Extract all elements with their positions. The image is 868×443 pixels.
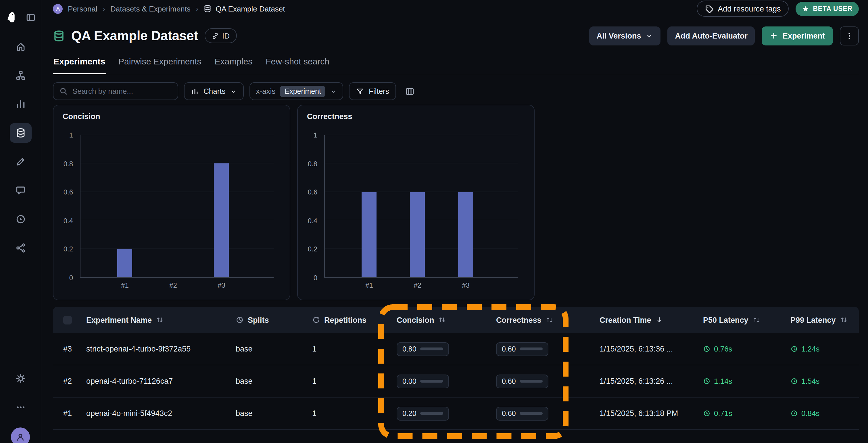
table-header: Experiment Name Splits Repetitions Conci… (53, 307, 859, 333)
col-correctness[interactable]: Correctness (496, 316, 599, 324)
score-bar (520, 412, 543, 415)
collapse-sidebar-icon[interactable] (26, 12, 36, 22)
p99-latency: 1.24s (790, 345, 820, 353)
breadcrumb-personal[interactable]: Personal (68, 4, 97, 13)
sidebar-item-more[interactable] (10, 397, 32, 417)
home-icon (15, 41, 26, 52)
clock-icon (703, 410, 711, 417)
user-avatar[interactable] (11, 427, 30, 443)
kebab-icon (845, 31, 854, 40)
page-header: QA Example Dataset ID All Versions Add A… (53, 24, 859, 47)
search-icon (59, 87, 68, 95)
select-all-checkbox[interactable] (63, 316, 72, 324)
experiments-toolbar: Charts x-axis Experiment Filters (53, 82, 859, 100)
x-tick-label: #1 (365, 281, 373, 289)
header-actions: All Versions Add Auto-Evaluator Experime… (589, 26, 859, 45)
sidebar-item-monitoring[interactable] (9, 94, 31, 114)
charts-dropdown[interactable]: Charts (184, 82, 244, 100)
xaxis-value-chip: Experiment (280, 85, 326, 97)
sidebar-item-prompts[interactable] (9, 181, 31, 200)
correctness-chart: Correctness 1 0.8 0.6 0.4 0.2 0 #1 (297, 105, 535, 300)
table-row[interactable]: #2 openai-4-turbo-71126ca7 base 1 0.00 0… (53, 365, 859, 397)
app-window: Personal › Datasets & Experiments › QA E… (0, 0, 868, 443)
table-row[interactable]: #1 openai-4o-mini-5f4943c2 base 1 0.20 0… (53, 397, 859, 430)
col-p50-latency[interactable]: P50 Latency (703, 316, 790, 324)
clock-icon (703, 345, 711, 353)
copy-id-button[interactable]: ID (204, 28, 237, 43)
share-nodes-icon (15, 243, 26, 253)
col-creation-time[interactable]: Creation Time (599, 316, 703, 324)
columns-icon (405, 87, 414, 96)
score-bar (421, 380, 443, 383)
sitemap-icon (15, 70, 26, 81)
sidebar-item-deployments[interactable] (9, 238, 31, 258)
breadcrumb: Personal › Datasets & Experiments › QA E… (53, 4, 285, 13)
repeat-icon (312, 316, 320, 324)
x-tick-label: #1 (121, 281, 129, 289)
concision-score: 0.80 (397, 342, 449, 356)
col-repetitions[interactable]: Repetitions (312, 316, 397, 324)
tab-pairwise-experiments[interactable]: Pairwise Experiments (118, 56, 202, 73)
more-actions-button[interactable] (840, 26, 859, 45)
tag-icon (705, 4, 713, 13)
add-auto-evaluator-label: Add Auto-Evaluator (675, 31, 748, 40)
x-tick-label: #2 (169, 281, 177, 289)
charts-label: Charts (204, 87, 226, 95)
xaxis-selector[interactable]: x-axis Experiment (250, 82, 343, 100)
splits-value: base (236, 345, 312, 353)
sidebar-item-annotation-queues[interactable] (9, 152, 31, 172)
sort-desc-icon (655, 316, 663, 324)
breadcrumb-current-label: QA Example Dataset (216, 4, 285, 13)
ellipsis-icon (16, 402, 26, 413)
tab-bar: Experiments Pairwise Experiments Example… (53, 56, 859, 74)
sidebar-nav (0, 37, 41, 258)
col-concision[interactable]: Concision (397, 316, 496, 324)
p50-latency: 0.76s (703, 345, 732, 353)
plot-area: #1 #2 #3 (324, 135, 518, 278)
y-axis-labels: 1 0.8 0.6 0.4 0.2 0 (298, 135, 320, 278)
experiment-name-link[interactable]: strict-openai-4-turbo-9f372a55 (86, 345, 236, 353)
tab-examples[interactable]: Examples (214, 56, 253, 73)
y-axis-labels: 1 0.8 0.6 0.4 0.2 0 (54, 135, 75, 278)
col-p99-latency[interactable]: P99 Latency (790, 316, 859, 324)
tab-few-shot-search[interactable]: Few-shot search (265, 56, 330, 73)
concision-chart: Concision 1 0.8 0.6 0.4 0.2 0 #1 (53, 105, 290, 300)
add-auto-evaluator-button[interactable]: Add Auto-Evaluator (668, 26, 755, 45)
add-resource-tags-button[interactable]: Add resource tags (696, 1, 789, 17)
correctness-score: 0.60 (496, 342, 549, 356)
col-experiment-name[interactable]: Experiment Name (86, 316, 236, 324)
id-label: ID (222, 31, 230, 40)
topbar-actions: Add resource tags BETA USER (696, 1, 859, 17)
sidebar-item-playground[interactable] (9, 209, 31, 229)
sort-icon (546, 316, 554, 324)
correctness-score: 0.60 (496, 407, 549, 420)
columns-button[interactable] (402, 82, 418, 100)
breadcrumb-datasets[interactable]: Datasets & Experiments (111, 4, 191, 13)
score-bar (421, 348, 443, 350)
chevron-down-icon (230, 88, 237, 95)
sidebar-item-projects[interactable] (9, 66, 31, 85)
pencil-icon (15, 156, 26, 167)
tab-experiments[interactable]: Experiments (53, 56, 106, 74)
dataset-icon (53, 30, 65, 42)
filter-icon (356, 87, 364, 95)
search-input[interactable] (72, 87, 174, 95)
table-row[interactable]: #3 strict-openai-4-turbo-9f372a55 base 1… (53, 333, 859, 365)
repetitions-value: 1 (312, 377, 397, 385)
all-versions-label: All Versions (597, 31, 641, 40)
experiment-name-link[interactable]: openai-4o-mini-5f4943c2 (86, 409, 236, 418)
sidebar-item-datasets[interactable] (9, 123, 31, 143)
new-experiment-button[interactable]: Experiment (762, 26, 833, 45)
sidebar-item-settings[interactable] (10, 369, 32, 388)
all-versions-dropdown[interactable]: All Versions (589, 26, 661, 45)
x-tick-label: #2 (413, 281, 421, 289)
sidebar-item-home[interactable] (9, 37, 31, 56)
col-splits[interactable]: Splits (236, 316, 312, 324)
link-icon (211, 32, 219, 39)
sort-icon (840, 316, 848, 324)
new-experiment-label: Experiment (783, 31, 825, 40)
filters-button[interactable]: Filters (349, 82, 396, 100)
beta-user-label: BETA USER (813, 5, 852, 12)
experiment-name-link[interactable]: openai-4-turbo-71126ca7 (86, 377, 236, 385)
add-resource-tags-label: Add resource tags (718, 4, 781, 13)
